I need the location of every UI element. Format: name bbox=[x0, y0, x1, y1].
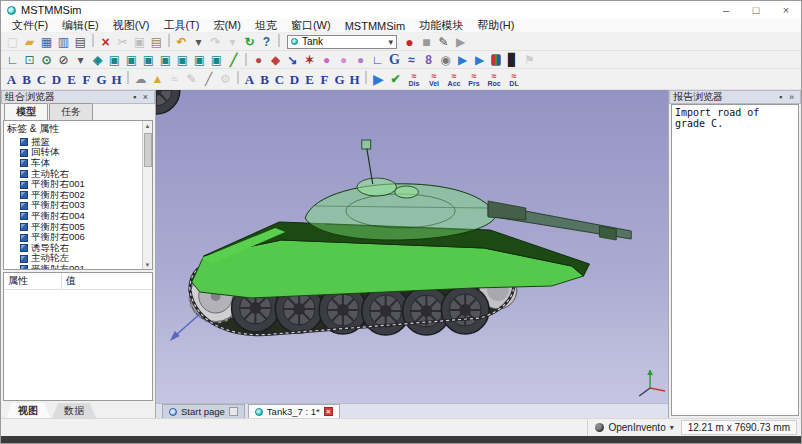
axes-icon[interactable]: ∟ bbox=[4, 52, 21, 68]
body-sphere-icon[interactable]: ● bbox=[250, 52, 267, 68]
letter-button[interactable]: B bbox=[19, 71, 34, 87]
chart-output-button[interactable]: ≈ Prs bbox=[464, 70, 484, 88]
line-icon[interactable]: ╱ bbox=[200, 71, 217, 87]
stylus-icon[interactable]: ✎ bbox=[183, 71, 200, 87]
menu-item[interactable]: 窗口(W) bbox=[284, 18, 338, 33]
stop-macro-icon[interactable]: ■ bbox=[418, 34, 435, 50]
letter-button[interactable]: E bbox=[302, 71, 317, 87]
menu-item[interactable]: 文件(F) bbox=[5, 18, 55, 33]
menu-item[interactable]: 编辑(E) bbox=[55, 18, 106, 33]
menu-item[interactable]: 功能模块 bbox=[412, 18, 470, 33]
run-sim2-icon[interactable]: ▶ bbox=[471, 52, 488, 68]
menu-item[interactable]: 帮助(H) bbox=[470, 18, 521, 33]
gear-icon[interactable]: ⚙ bbox=[217, 71, 234, 87]
close-button[interactable]: × bbox=[771, 1, 801, 19]
menu-item[interactable]: MSTMMSim bbox=[338, 20, 413, 32]
view-back-icon[interactable]: ▣ bbox=[123, 52, 140, 68]
letter-button[interactable]: E bbox=[64, 71, 79, 87]
letter-button[interactable]: H bbox=[109, 71, 124, 87]
letter-button[interactable]: G bbox=[332, 71, 347, 87]
minimize-button[interactable]: – bbox=[711, 1, 741, 19]
save-icon[interactable]: ▦ bbox=[38, 34, 55, 50]
menu-item[interactable]: 坦克 bbox=[248, 18, 284, 33]
run-analysis-icon[interactable]: ▶ bbox=[370, 71, 387, 87]
undo-dropdown-icon[interactable]: ▾ bbox=[190, 34, 207, 50]
record-macro-icon[interactable]: ● bbox=[401, 34, 418, 50]
redo-icon[interactable]: ↷ bbox=[207, 34, 224, 50]
view-bottom-icon[interactable]: ▣ bbox=[191, 52, 208, 68]
expand-icon[interactable]: » bbox=[786, 92, 797, 102]
run-sim1-icon[interactable]: ▶ bbox=[454, 52, 471, 68]
force-arrow-icon[interactable]: ↘ bbox=[284, 52, 301, 68]
pin-icon[interactable]: ▪ bbox=[129, 92, 140, 102]
letter-button[interactable]: F bbox=[317, 71, 332, 87]
letter-button[interactable]: C bbox=[272, 71, 287, 87]
measure-icon[interactable]: ╱ bbox=[225, 52, 242, 68]
save-all-icon[interactable]: ▥ bbox=[55, 34, 72, 50]
pin-icon[interactable]: ▪ bbox=[775, 92, 786, 102]
chart-output-button[interactable]: ≈ Dis bbox=[404, 70, 424, 88]
view-iso-icon[interactable]: ◈ bbox=[89, 52, 106, 68]
view-left-icon[interactable]: ▣ bbox=[140, 52, 157, 68]
redo-dropdown-icon[interactable]: ▾ bbox=[224, 34, 241, 50]
river-icon[interactable]: ≈ bbox=[166, 71, 183, 87]
body-box-icon[interactable]: ◆ bbox=[267, 52, 284, 68]
menu-item[interactable]: 视图(V) bbox=[106, 18, 157, 33]
view-top-icon[interactable]: ▣ bbox=[174, 52, 191, 68]
letter-button[interactable]: C bbox=[34, 71, 49, 87]
tab-close-icon[interactable]: × bbox=[324, 407, 333, 416]
hinge-sphere3-icon[interactable]: ● bbox=[352, 52, 369, 68]
menu-item[interactable]: 工具(T) bbox=[156, 18, 206, 33]
cut-icon[interactable]: ✂ bbox=[114, 34, 131, 50]
letter-button[interactable]: B bbox=[257, 71, 272, 87]
tab-tank-model[interactable]: Tank3_7 : 1* × bbox=[248, 404, 340, 418]
tab-task[interactable]: 任务 bbox=[49, 103, 93, 120]
letter-button[interactable]: H bbox=[347, 71, 362, 87]
road-icon[interactable]: ▲ bbox=[149, 71, 166, 87]
menu-item[interactable]: 宏(M) bbox=[206, 18, 248, 33]
terrain-cloud-icon[interactable]: ☁ bbox=[132, 71, 149, 87]
bottom-tab[interactable]: 视图 bbox=[6, 403, 50, 418]
hinge-sphere2-icon[interactable]: ● bbox=[335, 52, 352, 68]
wave-icon[interactable]: ≈ bbox=[403, 52, 420, 68]
spring-icon[interactable]: 8 bbox=[420, 52, 437, 68]
frame-axes-icon[interactable]: ∟ bbox=[369, 52, 386, 68]
delete-icon[interactable]: × bbox=[97, 34, 114, 50]
run-macro-icon[interactable]: ▶ bbox=[452, 34, 469, 50]
undo-icon[interactable]: ↶ bbox=[173, 34, 190, 50]
scroll-down-icon[interactable]: ▼ bbox=[145, 260, 151, 269]
letter-button[interactable]: A bbox=[242, 71, 257, 87]
fit-view-icon[interactable]: ⊡ bbox=[21, 52, 38, 68]
edit-macro-icon[interactable]: ✎ bbox=[435, 34, 452, 50]
viewport-3d[interactable] bbox=[156, 90, 668, 403]
copy-icon[interactable]: ▣ bbox=[131, 34, 148, 50]
video-record-icon[interactable]: ▊ bbox=[504, 52, 521, 68]
import-icon[interactable]: ▤ bbox=[72, 34, 89, 50]
draw-style-icon[interactable]: ⊘ bbox=[55, 52, 72, 68]
new-file-icon[interactable]: ▢ bbox=[4, 34, 21, 50]
tree-scrollbar[interactable]: ▲ ▼ bbox=[142, 121, 152, 269]
tree-item[interactable]: 平衡肘右006 bbox=[4, 232, 152, 243]
check-icon[interactable]: ✔ bbox=[387, 71, 404, 87]
joint-icon[interactable]: ✶ bbox=[301, 52, 318, 68]
tree-item[interactable]: 诱导轮右 bbox=[4, 243, 152, 254]
scroll-thumb[interactable] bbox=[144, 133, 152, 167]
eye-icon[interactable]: ◉ bbox=[437, 52, 454, 68]
chart-output-button[interactable]: ≈ Roc bbox=[484, 70, 504, 88]
chart-output-button[interactable]: ≈ Vel bbox=[424, 70, 444, 88]
letter-button[interactable]: D bbox=[287, 71, 302, 87]
model-combo-box[interactable]: Tank ▾ bbox=[287, 35, 397, 49]
close-icon[interactable]: × bbox=[140, 92, 151, 102]
renderer-selector[interactable]: OpenInvento ▾ bbox=[587, 420, 680, 436]
letter-button[interactable]: F bbox=[79, 71, 94, 87]
paste-icon[interactable]: ▤ bbox=[148, 34, 165, 50]
scroll-up-icon[interactable]: ▲ bbox=[145, 121, 151, 130]
rgb-bars-icon[interactable] bbox=[491, 54, 501, 66]
chart-output-button[interactable]: ≈ DL bbox=[504, 70, 524, 88]
open-folder-icon[interactable]: ▰ bbox=[21, 34, 38, 50]
view-front-icon[interactable]: ▣ bbox=[106, 52, 123, 68]
letter-button[interactable]: G bbox=[94, 71, 109, 87]
tab-start-page[interactable]: Start page bbox=[162, 404, 245, 418]
tree-item[interactable]: 车体 bbox=[4, 158, 152, 169]
chart-output-button[interactable]: ≈ Acc bbox=[444, 70, 464, 88]
